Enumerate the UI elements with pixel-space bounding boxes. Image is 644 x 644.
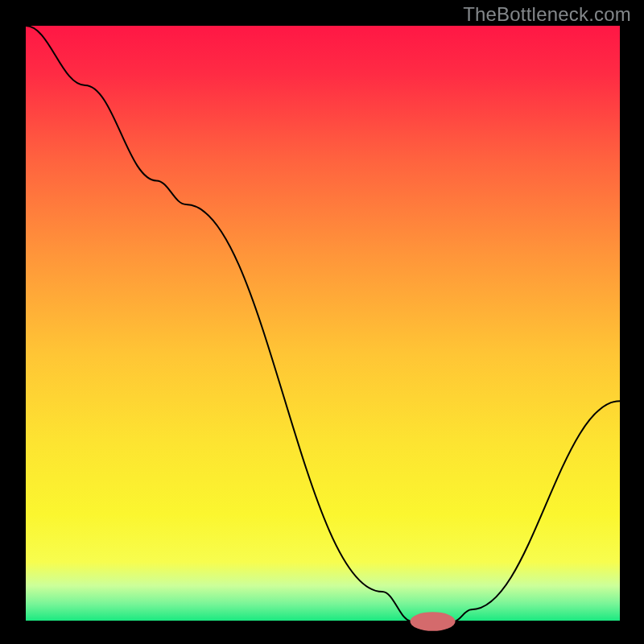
chart-container: { "watermark": "TheBottleneck.com", "cha… <box>0 0 644 644</box>
watermark-text: TheBottleneck.com <box>463 3 631 26</box>
optimal-marker <box>410 612 455 631</box>
chart-background <box>26 26 620 621</box>
bottleneck-chart <box>0 0 644 644</box>
